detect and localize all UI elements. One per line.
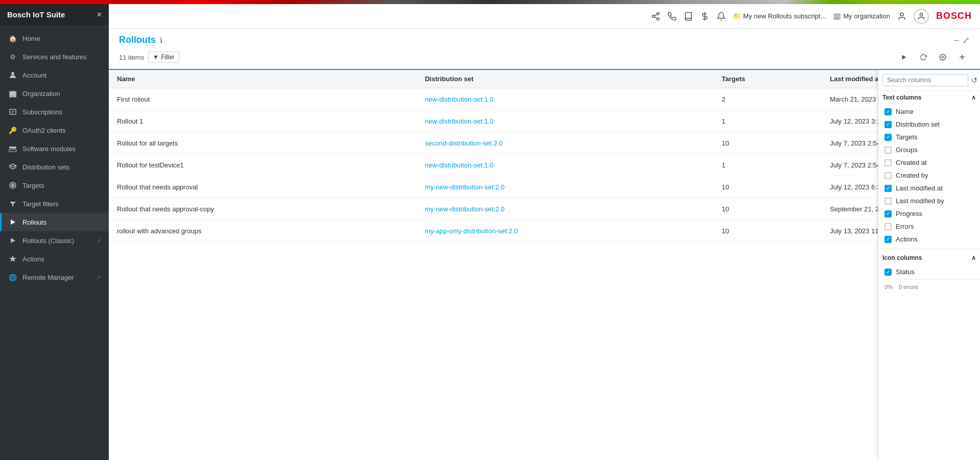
sidebar-close-button[interactable]: × [97,11,102,19]
cell-distribution-set: new-distribution-set:1.0 [417,154,713,176]
refresh-button[interactable] [916,50,931,65]
col-item-last-modified-by-label: Last modified by [896,197,944,205]
subscription-selector[interactable]: 📁 My new Rollouts subscript... [733,12,826,20]
sidebar-item-organization[interactable]: 🏢 Organization [0,84,109,103]
add-button[interactable]: + [954,50,970,65]
svg-point-0 [11,72,14,75]
col-checkbox-progress[interactable] [885,210,892,217]
minimize-button[interactable]: − [953,36,959,45]
cell-targets: 10 [713,220,822,242]
sidebar-item-label: Organization [22,90,101,98]
cell-name: Rollout for testDevice1 [109,154,417,176]
sidebar-item-target-filters[interactable]: Target filters [0,195,109,213]
table-row[interactable]: Rollout that needs approval my-new-distr… [109,176,980,198]
col-checkbox-created-by[interactable] [885,172,892,179]
col-checkbox-actions[interactable] [885,236,892,243]
col-item-status[interactable]: Status [878,265,980,278]
icon-columns-section[interactable]: Icon columns ∧ [878,251,980,264]
col-item-last-modified-at[interactable]: Last modified at [878,182,980,195]
col-checkbox-status[interactable] [885,269,892,276]
distribution-set-link[interactable]: my-app-only-distribution-set:2.0 [425,227,518,235]
col-item-created-by[interactable]: Created by [878,169,980,182]
sidebar-item-subscriptions[interactable]: Subscriptions [0,103,109,121]
distribution-set-link[interactable]: new-distribution-set:1.0 [425,161,493,169]
page-title-area: Rollouts ℹ [119,35,162,45]
svg-line-13 [655,14,657,15]
col-checkbox-created-at[interactable] [885,159,892,166]
sidebar-item-rollouts-classic[interactable]: Rollouts (Classic) ↗ [0,231,109,250]
sidebar-item-targets[interactable]: Targets [0,176,109,195]
sidebar-item-software-modules[interactable]: Software modules [0,139,109,158]
sidebar-item-oauth2[interactable]: 🔑 OAuth2 clients [0,121,109,139]
filter-label: Filter [161,54,175,61]
table-row[interactable]: rollout with advanced groups my-app-only… [109,220,980,242]
page-info-icon[interactable]: ℹ [160,36,162,44]
settings-button[interactable] [935,50,950,65]
col-item-distribution-set[interactable]: Distribution set [878,118,980,131]
col-checkbox-groups[interactable] [885,147,892,154]
svg-point-11 [657,18,660,20]
bell-icon[interactable] [716,12,726,21]
phone-icon[interactable] [667,12,677,21]
col-checkbox-distribution-set[interactable] [885,121,892,128]
col-item-progress-label: Progress [896,210,922,217]
distribution-set-link[interactable]: my-new-distribution-set:2.0 [425,183,505,191]
sidebar-item-label: Rollouts (Classic) [22,237,91,245]
organization-selector[interactable]: 🏢 My organization [833,12,890,20]
svg-rect-4 [9,147,16,149]
col-header-distribution-set: Distribution set [417,70,713,88]
col-item-errors[interactable]: Errors [878,220,980,233]
sidebar-item-label: Actions [22,255,101,263]
col-item-actions[interactable]: Actions [878,233,980,246]
sidebar-item-account[interactable]: Account [0,66,109,84]
col-checkbox-targets[interactable] [885,134,892,141]
errors-value: 0 errors [899,284,918,290]
distribution-set-link[interactable]: new-distribution-set:1.0 [425,117,493,125]
text-columns-label: Text columns [882,94,921,101]
col-checkbox-name[interactable] [885,108,892,115]
col-item-groups[interactable]: Groups [878,143,980,156]
rollouts-classic-icon [8,236,17,245]
sidebar-item-rollouts[interactable]: Rollouts [0,213,109,231]
col-checkbox-last-modified-by[interactable] [885,198,892,205]
table-row[interactable]: Rollout for testDevice1 new-distribution… [109,154,980,176]
col-checkbox-last-modified-at[interactable] [885,185,892,192]
maximize-button[interactable]: ⤢ [962,36,970,45]
sidebar-item-distribution-sets[interactable]: Distribution sets [0,158,109,176]
sidebar-item-actions[interactable]: Actions [0,250,109,268]
col-item-created-at[interactable]: Created at [878,156,980,169]
sidebar-item-services[interactable]: ⚙ Services and features [0,47,109,66]
column-panel: ↺ Text columns ∧ Name Distrib [878,70,980,460]
distribution-set-link[interactable]: my-new-distribution-set:2.0 [425,205,505,213]
play-button[interactable] [896,50,912,65]
sidebar-item-label: Targets [22,182,101,189]
share-icon[interactable] [651,12,660,21]
text-columns-section[interactable]: Text columns ∧ [878,91,980,104]
user-icon[interactable] [897,12,906,21]
col-item-progress[interactable]: Progress [878,207,980,220]
page-title: Rollouts [119,35,156,45]
table-row[interactable]: Rollout for all targets second-distribut… [109,132,980,154]
table-row[interactable]: Rollout 1 new-distribution-set:1.0 1 Jul… [109,110,980,132]
col-item-targets[interactable]: Targets [878,131,980,143]
filter-button[interactable]: Filter [148,52,179,63]
subscription-icon: 📁 [733,12,741,20]
table-row[interactable]: First rollout new-distribution-set:1.0 2… [109,88,980,110]
dollar-icon[interactable] [700,12,709,21]
column-search-input[interactable] [882,74,968,86]
sidebar-item-label: Rollouts [22,219,101,226]
col-item-last-modified-by[interactable]: Last modified by [878,195,980,207]
distribution-set-link[interactable]: second-distribution-set:2.0 [425,139,503,147]
sidebar-item-remote-manager[interactable]: 🌐 Remote Manager ↗ [0,268,109,286]
column-reset-button[interactable]: ↺ [970,75,978,85]
sidebar-item-home[interactable]: 🏠 Home [0,29,109,47]
col-item-groups-label: Groups [896,146,918,154]
distribution-set-link[interactable]: new-distribution-set:1.0 [425,95,493,103]
book-icon[interactable] [684,12,693,21]
col-checkbox-errors[interactable] [885,223,892,230]
cell-name: rollout with advanced groups [109,220,417,242]
table-row[interactable]: Rollout that needs approval-copy my-new-… [109,198,980,220]
organization-label: My organization [843,12,890,20]
col-item-name[interactable]: Name [878,105,980,118]
user-avatar[interactable] [914,9,929,24]
